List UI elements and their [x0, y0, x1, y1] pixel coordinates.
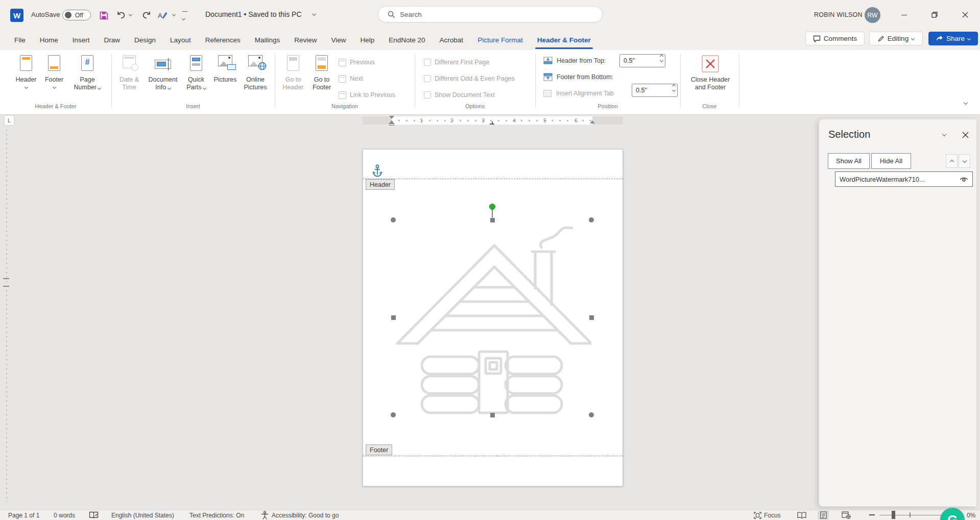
editing-mode-button[interactable]: Editing — [869, 32, 923, 45]
proofing-icon[interactable] — [89, 511, 99, 519]
footer-boundary-line — [363, 456, 623, 456]
avatar[interactable]: RW — [865, 7, 880, 23]
zoom-slider-thumb[interactable] — [892, 511, 895, 519]
tab-draw[interactable]: Draw — [97, 30, 128, 50]
resize-handle-top-left[interactable] — [391, 217, 396, 222]
page-count[interactable]: Page 1 of 1 — [8, 512, 39, 519]
vertical-ruler-margin-marker — [3, 286, 9, 287]
watermark-picture[interactable] — [393, 220, 591, 415]
move-up-button[interactable] — [946, 154, 958, 168]
footer-button[interactable]: Footer — [40, 52, 68, 100]
resize-handle-middle-left[interactable] — [391, 315, 396, 320]
restore-button[interactable] — [923, 6, 946, 23]
tab-layout[interactable]: Layout — [163, 30, 198, 50]
zoom-slider-track[interactable] — [879, 515, 941, 516]
word-logo-icon[interactable]: W — [10, 9, 23, 22]
tab-home[interactable]: Home — [33, 30, 65, 50]
print-layout-button[interactable] — [818, 511, 829, 519]
focus-button[interactable]: Focus — [764, 512, 781, 519]
collapse-ribbon-chevron-icon[interactable] — [964, 101, 968, 105]
header-from-top-input[interactable]: 0.5" — [619, 54, 665, 67]
header-button[interactable]: Header — [12, 52, 40, 100]
rotate-handle[interactable] — [489, 204, 495, 210]
account-name: ROBIN WILSON — [814, 11, 863, 18]
web-layout-button[interactable] — [841, 511, 852, 519]
close-header-footer-icon — [702, 55, 719, 72]
left-indent-marker[interactable] — [389, 123, 394, 126]
footer-from-bottom-input[interactable]: 0.5" — [632, 84, 678, 97]
document-title[interactable]: Document1 • Saved to this PC — [205, 10, 302, 18]
insert-alignment-tab-icon — [543, 90, 552, 97]
visibility-eye-icon[interactable] — [960, 176, 968, 182]
tab-help[interactable]: Help — [353, 30, 382, 50]
pane-close-icon[interactable] — [962, 132, 969, 138]
undo-button[interactable] — [114, 9, 128, 22]
focus-icon[interactable] — [754, 512, 761, 519]
go-to-footer-button[interactable]: Go to Footer — [307, 52, 337, 100]
accessibility-icon[interactable] — [261, 511, 269, 519]
move-down-button[interactable] — [959, 154, 970, 168]
quick-parts-button[interactable]: Quick Parts — [181, 52, 211, 100]
page-number-button[interactable]: # Page Number — [70, 52, 104, 100]
tab-acrobat[interactable]: Acrobat — [433, 30, 471, 50]
tab-design[interactable]: Design — [127, 30, 163, 50]
share-chevron-icon — [967, 37, 971, 40]
tab-references[interactable]: References — [198, 30, 248, 50]
read-mode-button[interactable] — [796, 511, 807, 519]
header-chevron-icon — [24, 85, 28, 89]
tab-selector-box[interactable]: L — [4, 115, 14, 126]
online-pictures-button[interactable]: Online Pictures — [240, 52, 271, 100]
zoom-out-button[interactable] — [869, 514, 875, 515]
resize-handle-middle-right[interactable] — [589, 315, 594, 320]
resize-handle-bottom-middle[interactable] — [490, 413, 495, 417]
resize-handle-bottom-right[interactable] — [589, 412, 594, 417]
quick-access-overflow-button[interactable] — [181, 11, 188, 22]
text-predictions-status[interactable]: Text Predictions: On — [189, 512, 244, 519]
autosave-toggle[interactable]: Off — [62, 10, 91, 20]
first-line-indent-marker[interactable] — [389, 116, 394, 119]
tab-header-footer[interactable]: Header & Footer — [530, 30, 598, 50]
title-chevron-icon[interactable] — [312, 12, 316, 16]
accessibility-status[interactable]: Accessibility: Good to go — [272, 512, 339, 519]
spin-up-icon[interactable] — [660, 55, 663, 58]
zoom-level[interactable]: 0% — [967, 512, 975, 519]
pane-chevron-icon[interactable] — [942, 132, 946, 136]
close-header-footer-button[interactable]: Close Header and Footer — [690, 52, 730, 100]
tab-endnote[interactable]: EndNote 20 — [381, 30, 432, 50]
undo-chevron-icon[interactable] — [129, 13, 132, 16]
minimize-button[interactable] — [893, 6, 915, 23]
group-separator — [275, 54, 275, 108]
resize-handle-bottom-left[interactable] — [391, 412, 396, 417]
show-all-button[interactable]: Show All — [828, 153, 870, 169]
group-label-close: Close — [702, 103, 716, 109]
spin-up-icon[interactable] — [672, 84, 676, 88]
spin-down-icon[interactable] — [660, 59, 663, 62]
search-input[interactable]: Search — [378, 6, 603, 22]
tab-view[interactable]: View — [324, 30, 353, 50]
tab-file[interactable]: File — [7, 30, 33, 50]
resize-handle-top-middle[interactable] — [490, 218, 495, 222]
save-button[interactable] — [97, 9, 110, 22]
document-info-button[interactable]: Document Info — [146, 52, 180, 100]
right-indent-marker[interactable] — [590, 120, 595, 123]
share-button[interactable]: Share — [928, 32, 978, 45]
close-window-button[interactable] — [954, 6, 976, 23]
tab-picture-format[interactable]: Picture Format — [470, 30, 530, 50]
language-status[interactable]: English (United States) — [111, 512, 174, 519]
hide-all-button[interactable]: Hide All — [871, 153, 911, 169]
pen-chevron-icon[interactable] — [172, 13, 176, 16]
resize-handle-top-right[interactable] — [589, 217, 594, 222]
tab-insert[interactable]: Insert — [65, 30, 97, 50]
style-pen-button[interactable]: A — [156, 9, 169, 22]
spin-down-icon[interactable] — [672, 88, 676, 92]
selection-pane-item[interactable]: WordPictureWatermark710... — [835, 171, 973, 187]
tab-review[interactable]: Review — [287, 30, 324, 50]
footer-tag: Footer — [366, 444, 392, 455]
comments-button[interactable]: Comments — [805, 32, 865, 45]
tab-mailings[interactable]: Mailings — [248, 30, 288, 50]
word-count[interactable]: 0 words — [54, 512, 75, 519]
center-tab-stop-marker[interactable] — [490, 121, 494, 125]
pictures-button[interactable]: Pictures — [210, 52, 240, 100]
redo-button[interactable] — [140, 9, 153, 22]
ruler-number: 5 — [543, 117, 546, 123]
